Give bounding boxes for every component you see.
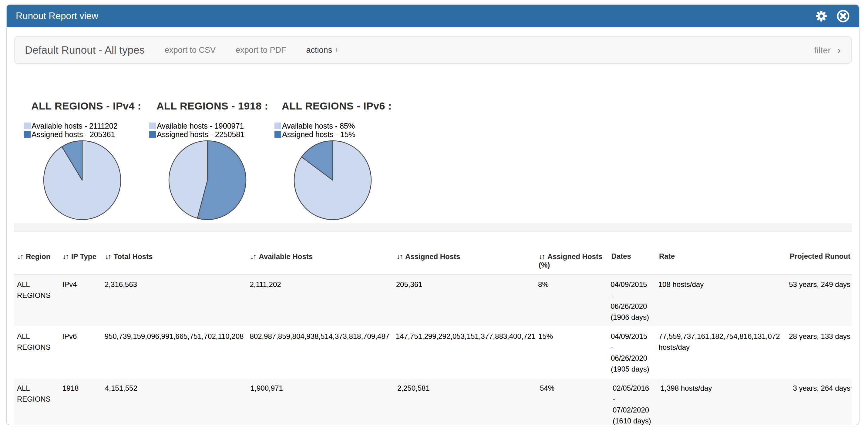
cell-assigned-pct: 15% — [538, 331, 611, 375]
table-row-ipv4: ALL REGIONS IPv4 2,316,563 2,111,202 205… — [14, 275, 851, 326]
runout-report-window: Runout Report view — [6, 4, 860, 425]
chart-title-1918: ALL REGIONS - 1918 : — [149, 100, 275, 112]
cell-assigned-hosts: 205,361 — [396, 279, 538, 323]
cell-ip-type: 1918 — [62, 383, 105, 425]
cell-total-hosts: 4,151,552 — [105, 383, 250, 425]
chart-legend-1918: Available hosts - 1900971 Assigned hosts… — [149, 122, 275, 138]
cell-ip-type: IPv6 — [62, 331, 104, 375]
legend-item-available: Available hosts - 1900971 — [149, 122, 275, 130]
legend-label-assigned: Assigned hosts - 15% — [282, 130, 355, 139]
legend-label-available: Available hosts - 2111202 — [32, 122, 118, 130]
sort-icon[interactable]: ↓↑ — [396, 252, 402, 260]
window-titlebar: Runout Report view — [7, 5, 859, 27]
cell-available-hosts: 1,900,971 — [250, 383, 397, 425]
report-title: Default Runout - All types — [25, 44, 145, 56]
chart-legend-ipv6: Available hosts - 85% Assigned hosts - 1… — [275, 122, 400, 138]
legend-item-available: Available hosts - 85% — [275, 122, 400, 130]
legend-item-available: Available hosts - 2111202 — [24, 122, 149, 130]
legend-swatch-available — [24, 123, 31, 129]
legend-label-available: Available hosts - 1900971 — [157, 122, 244, 130]
export-pdf-link[interactable]: export to PDF — [236, 45, 286, 55]
cell-assigned-hosts: 2,250,581 — [397, 383, 540, 425]
chart-title-ipv4: ALL REGIONS - IPv4 : — [24, 100, 149, 112]
sort-icon[interactable]: ↓↑ — [17, 252, 23, 260]
legend-item-assigned: Assigned hosts - 205361 — [24, 130, 149, 138]
cell-ip-type: IPv4 — [62, 279, 105, 323]
cell-region: ALL REGIONS — [17, 279, 62, 323]
cell-total-hosts: 2,316,563 — [105, 279, 250, 323]
cell-available-hosts: 2,111,202 — [250, 279, 396, 323]
column-header-dates: Dates — [611, 252, 659, 269]
column-header-assigned-hosts[interactable]: ↓↑Assigned Hosts — [396, 252, 539, 269]
cell-rate: 77,559,737,161,182,754,816,131,072 hosts… — [658, 331, 789, 375]
cell-available-hosts: 802,987,859,804,938,514,373,818,709,487 — [250, 331, 396, 375]
cell-rate: 108 hosts/day — [658, 279, 789, 323]
cell-region: ALL REGIONS — [17, 331, 62, 375]
legend-swatch-assigned — [275, 131, 281, 138]
export-csv-link[interactable]: export to CSV — [165, 45, 216, 55]
pie-chart-ipv4 — [43, 140, 122, 221]
cell-projected-runout: 3 years, 264 days — [792, 383, 851, 425]
legend-swatch-available — [149, 123, 156, 129]
cell-dates: 02/05/2016 - 07/02/2020 (1610 days) — [613, 383, 660, 425]
close-circle-icon — [836, 9, 850, 23]
window-title: Runout Report view — [16, 11, 98, 22]
pie-chart-ipv6 — [293, 140, 372, 221]
column-header-projected-runout: Projected Runout — [790, 252, 851, 269]
gear-icon — [815, 10, 827, 22]
cell-projected-runout: 53 years, 249 days — [789, 279, 851, 323]
cell-dates: 04/09/2015 - 06/26/2020 (1905 days) — [611, 331, 658, 375]
sort-icon[interactable]: ↓↑ — [105, 252, 111, 260]
chart-all-regions-ipv6: ALL REGIONS - IPv6 : Available hosts - 8… — [275, 100, 400, 221]
runout-charts: ALL REGIONS - IPv4 : Available hosts - 2… — [24, 100, 859, 221]
table-row-1918: ALL REGIONS 1918 4,151,552 1,900,971 2,2… — [14, 378, 851, 425]
settings-button[interactable] — [815, 10, 827, 22]
chart-legend-ipv4: Available hosts - 2111202 Assigned hosts… — [24, 122, 149, 138]
table-row-ipv6: ALL REGIONS IPv6 950,739,159,096,991,665… — [14, 326, 851, 378]
pie-chart-1918 — [168, 140, 247, 221]
legend-swatch-available — [275, 123, 281, 129]
legend-item-assigned: Assigned hosts - 15% — [275, 130, 400, 138]
column-header-region[interactable]: ↓↑Region — [17, 252, 62, 269]
close-button[interactable] — [836, 9, 850, 23]
chevron-right-icon: › — [837, 44, 841, 56]
legend-label-assigned: Assigned hosts - 205361 — [32, 130, 115, 139]
column-header-assigned-hosts-pct[interactable]: ↓↑Assigned Hosts (%) — [539, 252, 611, 269]
cell-assigned-pct: 54% — [540, 383, 613, 425]
column-header-available-hosts[interactable]: ↓↑Available Hosts — [250, 252, 396, 269]
column-header-ip-type[interactable]: ↓↑IP Type — [62, 252, 105, 269]
sort-icon[interactable]: ↓↑ — [539, 252, 545, 260]
cell-total-hosts: 950,739,159,096,991,665,751,702,110,208 — [105, 331, 250, 375]
cell-dates: 04/09/2015 - 06/26/2020 (1906 days) — [611, 279, 658, 323]
filter-toggle[interactable]: filter › — [814, 44, 841, 56]
cell-assigned-hosts: 147,751,299,292,053,151,377,883,400,721 — [396, 331, 538, 375]
legend-swatch-assigned — [149, 131, 156, 138]
legend-label-assigned: Assigned hosts - 2250581 — [157, 130, 244, 139]
section-divider — [14, 224, 851, 232]
legend-swatch-assigned — [24, 131, 31, 138]
chart-all-regions-ipv4: ALL REGIONS - IPv4 : Available hosts - 2… — [24, 100, 149, 221]
cell-region: ALL REGIONS — [17, 383, 62, 425]
actions-menu[interactable]: actions + — [306, 45, 339, 55]
report-toolbar: Default Runout - All types export to CSV… — [14, 36, 851, 64]
cell-rate: 1,398 hosts/day — [660, 383, 792, 425]
column-header-total-hosts[interactable]: ↓↑Total Hosts — [105, 252, 250, 269]
runout-table: ↓↑Region ↓↑IP Type ↓↑Total Hosts ↓↑Avail… — [14, 252, 851, 425]
chart-all-regions-1918: ALL REGIONS - 1918 : Available hosts - 1… — [149, 100, 275, 221]
sort-icon[interactable]: ↓↑ — [250, 252, 256, 260]
filter-label: filter — [814, 45, 831, 55]
legend-item-assigned: Assigned hosts - 2250581 — [149, 130, 275, 138]
table-header-row: ↓↑Region ↓↑IP Type ↓↑Total Hosts ↓↑Avail… — [14, 252, 851, 275]
legend-label-available: Available hosts - 85% — [282, 122, 355, 130]
cell-assigned-pct: 8% — [538, 279, 611, 323]
sort-icon[interactable]: ↓↑ — [62, 252, 68, 260]
column-header-rate: Rate — [659, 252, 790, 269]
chart-title-ipv6: ALL REGIONS - IPv6 : — [275, 100, 400, 112]
cell-projected-runout: 28 years, 133 days — [789, 331, 851, 375]
